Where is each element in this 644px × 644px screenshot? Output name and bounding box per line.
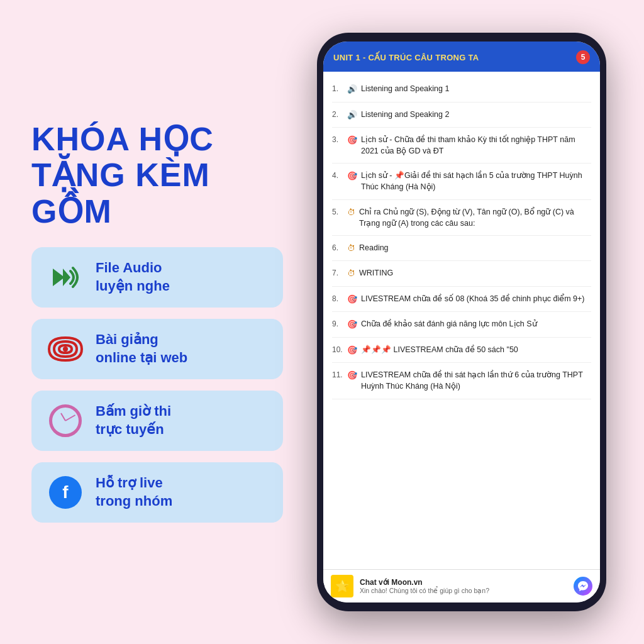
feature-facebook-card: f Hỗ trợ live trong nhóm xyxy=(31,462,283,523)
lesson-item-8[interactable]: 8. 🎯 LIVESTREAM chữa đề số 08 (Khoá 35 đ… xyxy=(332,287,591,313)
lesson-item-5[interactable]: 5. ⏱ Chỉ ra Chủ ngữ (S), Động từ (V), Tâ… xyxy=(332,200,591,236)
lesson-icon-9: 🎯 xyxy=(347,318,357,331)
facebook-icon: f xyxy=(47,474,84,511)
lesson-num-5: 5. xyxy=(332,206,343,229)
feature-broadcast-line2: online tại web xyxy=(96,350,187,365)
lesson-num-4: 4. xyxy=(332,170,343,192)
main-container: KHÓA HỌC TẶNG KÈM GỒM File Audio luyện n… xyxy=(0,0,644,644)
lesson-item-6[interactable]: 6. ⏱ Reading xyxy=(332,236,591,262)
svg-marker-0 xyxy=(53,269,70,286)
feature-audio-line1: File Audio xyxy=(96,260,162,275)
chat-text-block: Chat với Moon.vn Xin chào! Chúng tôi có … xyxy=(360,578,567,594)
feature-clock-text: Bấm giờ thi trực tuyến xyxy=(96,402,171,438)
clock-icon xyxy=(47,402,84,440)
lesson-text-6: Reading xyxy=(359,242,591,255)
phone-device: UNIT 1 - CẤU TRÚC CÂU TRONG TA 5 1. 🔊 Li… xyxy=(317,33,606,611)
lesson-icon-8: 🎯 xyxy=(347,293,357,306)
feature-facebook-text: Hỗ trợ live trong nhóm xyxy=(96,474,172,510)
lesson-text-5: Chỉ ra Chủ ngữ (S), Động từ (V), Tân ngữ… xyxy=(359,206,591,229)
lesson-num-10: 10. xyxy=(332,344,343,357)
feature-audio-line2: luyện nghe xyxy=(96,278,170,294)
lesson-num-6: 6. xyxy=(332,242,343,255)
lesson-icon-11: 🎯 xyxy=(347,369,357,392)
feature-facebook-line1: Hỗ trợ live xyxy=(96,475,163,491)
left-panel: KHÓA HỌC TẶNG KÈM GỒM File Audio luyện n… xyxy=(31,121,283,523)
lesson-num-2: 2. xyxy=(332,109,343,121)
badge: 5 xyxy=(576,50,590,64)
feature-clock-line1: Bấm giờ thi xyxy=(96,403,171,419)
svg-point-1 xyxy=(63,347,68,352)
chat-subtitle: Xin chào! Chúng tôi có thể giúp gì cho b… xyxy=(360,587,567,594)
lesson-icon-6: ⏱ xyxy=(347,242,355,255)
broadcast-icon xyxy=(47,330,84,368)
lesson-text-10: 📌📌📌 LIVESTREAM chữa đề 50 sách "50 xyxy=(361,344,591,357)
feature-broadcast-line1: Bài giảng xyxy=(96,331,158,347)
lesson-text-2: Listening and Speaking 2 xyxy=(361,109,591,121)
lesson-item-7[interactable]: 7. ⏱ WRITING xyxy=(332,261,591,287)
title-line1: KHÓA HỌC xyxy=(31,121,214,157)
feature-broadcast-card: Bài giảng online tại web xyxy=(31,319,283,379)
lesson-icon-2: 🔊 xyxy=(347,109,357,121)
feature-facebook-line2: trong nhóm xyxy=(96,493,172,509)
lesson-item-1[interactable]: 1. 🔊 Listening and Speaking 1 xyxy=(332,77,591,103)
lesson-icon-1: 🔊 xyxy=(347,83,357,96)
chat-avatar: 🌟 xyxy=(331,575,353,597)
lesson-text-9: Chữa đề khảo sát đánh giá năng lực môn L… xyxy=(361,318,591,331)
main-title: KHÓA HỌC TẶNG KÈM GỒM xyxy=(31,121,283,230)
lesson-item-2[interactable]: 2. 🔊 Listening and Speaking 2 xyxy=(332,103,591,128)
lesson-list: 1. 🔊 Listening and Speaking 1 2. 🔊 Liste… xyxy=(323,72,600,569)
lesson-icon-10: 🎯 xyxy=(347,344,357,357)
lesson-item-3[interactable]: 3. 🎯 Lịch sử - Chữa đề thi tham khảo Kỳ … xyxy=(332,128,591,164)
lesson-text-3: Lịch sử - Chữa đề thi tham khảo Kỳ thi t… xyxy=(361,134,591,157)
feature-clock-line2: trực tuyến xyxy=(96,421,164,437)
lesson-num-8: 8. xyxy=(332,293,343,306)
lesson-num-11: 11. xyxy=(332,369,343,392)
lesson-icon-5: ⏱ xyxy=(347,206,355,229)
audio-icon xyxy=(47,258,84,296)
feature-audio-text: File Audio luyện nghe xyxy=(96,259,170,295)
lesson-icon-3: 🎯 xyxy=(347,134,357,157)
lesson-icon-7: ⏱ xyxy=(347,267,355,280)
lesson-text-8: LIVESTREAM chữa đề số 08 (Khoá 35 đề chi… xyxy=(361,293,591,306)
lesson-num-3: 3. xyxy=(332,134,343,157)
messenger-icon[interactable] xyxy=(574,577,592,596)
phone-header: UNIT 1 - CẤU TRÚC CÂU TRONG TA 5 xyxy=(323,42,600,72)
lesson-item-4[interactable]: 4. 🎯 Lịch sử - 📌Giải đề thi sát hạch lần… xyxy=(332,164,591,199)
lesson-num-1: 1. xyxy=(332,83,343,96)
lesson-text-1: Listening and Speaking 1 xyxy=(361,83,591,96)
lesson-item-11[interactable]: 11. 🎯 LIVESTREAM chữa đề thi sát hạch lầ… xyxy=(332,363,591,399)
lesson-text-11: LIVESTREAM chữa đề thi sát hạch lần thứ … xyxy=(361,369,591,392)
lesson-text-7: WRITING xyxy=(359,267,591,280)
feature-clock-card: Bấm giờ thi trực tuyến xyxy=(31,391,283,451)
unit-title: UNIT 1 - CẤU TRÚC CÂU TRONG TA xyxy=(333,53,479,62)
lesson-item-10[interactable]: 10. 🎯 📌📌📌 LIVESTREAM chữa đề 50 sách "50 xyxy=(332,338,591,364)
lesson-num-7: 7. xyxy=(332,267,343,280)
phone-screen: UNIT 1 - CẤU TRÚC CÂU TRONG TA 5 1. 🔊 Li… xyxy=(323,42,600,602)
feature-broadcast-text: Bài giảng online tại web xyxy=(96,331,187,367)
feature-audio-card: File Audio luyện nghe xyxy=(31,247,283,308)
chat-title: Chat với Moon.vn xyxy=(360,578,567,587)
chat-bar[interactable]: 🌟 Chat với Moon.vn Xin chào! Chúng tôi c… xyxy=(323,569,600,602)
title-line2: TẶNG KÈM GỒM xyxy=(31,157,210,229)
lesson-text-4: Lịch sử - 📌Giải đề thi sát hạch lần 5 củ… xyxy=(361,170,591,192)
phone-wrapper: UNIT 1 - CẤU TRÚC CÂU TRONG TA 5 1. 🔊 Li… xyxy=(298,33,625,611)
lesson-icon-4: 🎯 xyxy=(347,170,357,192)
lesson-num-9: 9. xyxy=(332,318,343,331)
lesson-item-9[interactable]: 9. 🎯 Chữa đề khảo sát đánh giá năng lực … xyxy=(332,312,591,338)
